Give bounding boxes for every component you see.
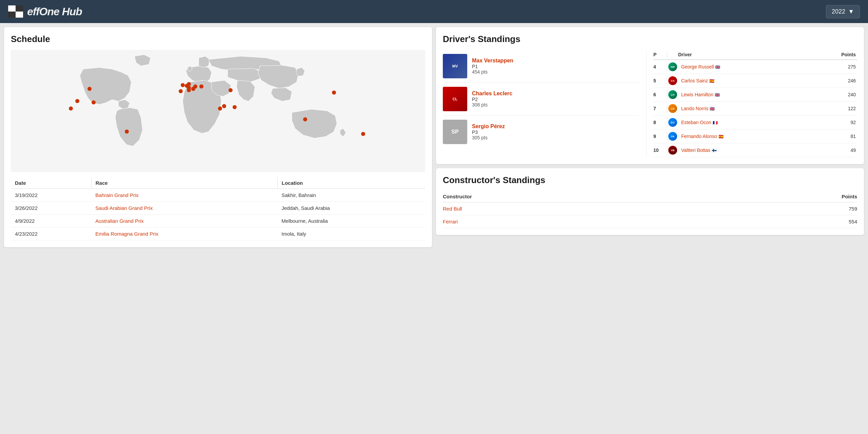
driver-name-perez[interactable]: Sergio Pérez: [472, 123, 505, 130]
row-divider: [667, 118, 667, 127]
race-table: Date Race Location 3/19/2022 Bahrain Gra…: [11, 177, 425, 240]
row-pos: 10: [653, 147, 667, 153]
driver-photo-placeholder-perez: SP: [443, 120, 467, 144]
row-points: 49: [850, 147, 857, 153]
map-dot-usa: [75, 99, 79, 103]
row-points: 92: [850, 120, 857, 125]
logo: effOne Hub: [8, 5, 82, 18]
svg-rect-2: [8, 12, 16, 18]
map-dot-brazil: [125, 130, 129, 134]
divider: [667, 52, 667, 57]
row-driver-name[interactable]: Esteban Ocon 🇫🇷: [681, 120, 850, 125]
driver-pos-perez: P3: [472, 130, 505, 135]
race-name-link[interactable]: Australian Grand Prix: [91, 215, 277, 228]
constructor-name[interactable]: Red Bull: [443, 202, 713, 215]
schedule-panel: Schedule: [4, 27, 432, 247]
row-pos: 4: [653, 64, 667, 70]
col-points: Points: [713, 191, 857, 202]
map-svg: [11, 50, 425, 172]
constructor-row: Ferrari 554: [443, 215, 857, 228]
row-divider: [667, 132, 667, 141]
race-location: Sakhir, Bahrain: [277, 189, 425, 202]
row-avatar: GR: [668, 62, 677, 71]
world-map: [11, 50, 425, 172]
year-label: 2022: [832, 8, 845, 15]
featured-driver-item: MV Max Verstappen P1 454 pts: [443, 50, 639, 83]
map-dot-saudi: [218, 106, 222, 111]
race-date: 3/19/2022: [11, 189, 91, 202]
map-dot-spain: [179, 89, 183, 93]
map-dot-bahrain: [222, 104, 226, 108]
standings-row: 9 FA Fernando Alonso 🇪🇸 81: [653, 130, 857, 143]
constructors-title: Constructor's Standings: [443, 175, 857, 185]
constructors-standings-panel: Constructor's Standings Constructor Poin…: [436, 168, 864, 235]
row-divider: [667, 104, 667, 113]
row-divider: [667, 62, 667, 71]
row-driver-name[interactable]: George Russell 🇬🇧: [681, 64, 848, 70]
race-date: 4/9/2022: [11, 215, 91, 228]
row-driver-name[interactable]: Valtteri Bottas 🇫🇮: [681, 147, 850, 153]
col-date: Date: [11, 177, 91, 189]
race-location: Jeddah, Saudi Arabia: [277, 202, 425, 215]
row-driver-name[interactable]: Fernando Alonso 🇪🇸: [681, 134, 850, 139]
map-dot-australia: [361, 132, 365, 136]
constructors-table: Constructor Points Red Bull 759 Ferrari …: [443, 191, 857, 228]
constructor-points: 759: [713, 202, 857, 215]
row-points: 81: [850, 134, 857, 139]
col-constructor: Constructor: [443, 191, 713, 202]
right-column: Driver's Standings MV Max Verstappen P1 …: [436, 27, 864, 247]
p-header: P: [653, 52, 667, 57]
map-dot-monza: [191, 87, 195, 91]
driver-photo-leclerc: CL: [443, 87, 467, 111]
row-divider: [667, 90, 667, 99]
driver-info-verstappen: Max Verstappen P1 454 pts: [472, 58, 513, 75]
map-dot-hungary: [199, 84, 203, 88]
row-avatar: FA: [668, 132, 677, 141]
constructor-row: Red Bull 759: [443, 202, 857, 215]
col-race: Race: [91, 177, 277, 189]
map-dot-singapore: [303, 117, 307, 121]
driver-name-verstappen[interactable]: Max Verstappen: [472, 58, 513, 64]
map-dot-abudhabi: [233, 105, 237, 109]
app-header: effOne Hub 2022 ▼: [0, 0, 868, 23]
constructor-name[interactable]: Ferrari: [443, 215, 713, 228]
race-table-row: 4/23/2022 Emilia Romagna Grand Prix Imol…: [11, 228, 425, 240]
standings-table-container: P Driver Points 4 GR George Russell 🇬🇧 2…: [653, 50, 857, 157]
driver-pos-leclerc: P2: [472, 97, 512, 102]
logo-text: effOne Hub: [27, 5, 82, 18]
col-location: Location: [277, 177, 425, 189]
driver-pts-perez: 305 pts: [472, 135, 505, 140]
row-driver-name[interactable]: Lando Norris 🇬🇧: [681, 106, 848, 111]
row-driver-name[interactable]: Lewis Hamilton 🇬🇧: [681, 92, 848, 97]
standings-row: 8 EO Esteban Ocon 🇫🇷 92: [653, 116, 857, 130]
points-header: Points: [841, 52, 857, 57]
map-dot-silverstone: [181, 83, 185, 87]
race-name-link[interactable]: Bahrain Grand Prix: [91, 189, 277, 202]
standings-header: P Driver Points: [653, 50, 857, 60]
row-avatar: LN: [668, 104, 677, 113]
race-name-link[interactable]: Emilia Romagna Grand Prix: [91, 228, 277, 240]
map-dot-miami: [92, 100, 96, 104]
row-points: 275: [848, 64, 857, 70]
row-avatar: LH: [668, 90, 677, 99]
driver-name-leclerc[interactable]: Charles Leclerc: [472, 91, 512, 97]
standings-row: 7 LN Lando Norris 🇬🇧 122: [653, 102, 857, 116]
standings-row: 4 GR George Russell 🇬🇧 275: [653, 60, 857, 74]
race-location: Imola, Italy: [277, 228, 425, 240]
svg-rect-1: [16, 5, 23, 12]
race-name-link[interactable]: Saudi Arabian Grand Prix: [91, 202, 277, 215]
map-dot-canada: [87, 87, 92, 91]
svg-rect-0: [8, 5, 16, 12]
row-driver-name[interactable]: Carlos Sainz 🇪🇸: [681, 78, 848, 83]
featured-driver-item: CL Charles Leclerc P2 308 pts: [443, 83, 639, 116]
schedule-title: Schedule: [11, 34, 425, 44]
row-avatar: EO: [668, 118, 677, 127]
year-selector[interactable]: 2022 ▼: [826, 5, 860, 18]
row-divider: [667, 146, 667, 155]
row-pos: 6: [653, 92, 667, 97]
driver-pos-verstappen: P1: [472, 64, 513, 69]
row-points: 240: [848, 92, 857, 97]
driver-info-leclerc: Charles Leclerc P2 308 pts: [472, 91, 512, 107]
featured-driver-item: SP Sergio Pérez P3 305 pts: [443, 116, 639, 148]
race-date: 4/23/2022: [11, 228, 91, 240]
